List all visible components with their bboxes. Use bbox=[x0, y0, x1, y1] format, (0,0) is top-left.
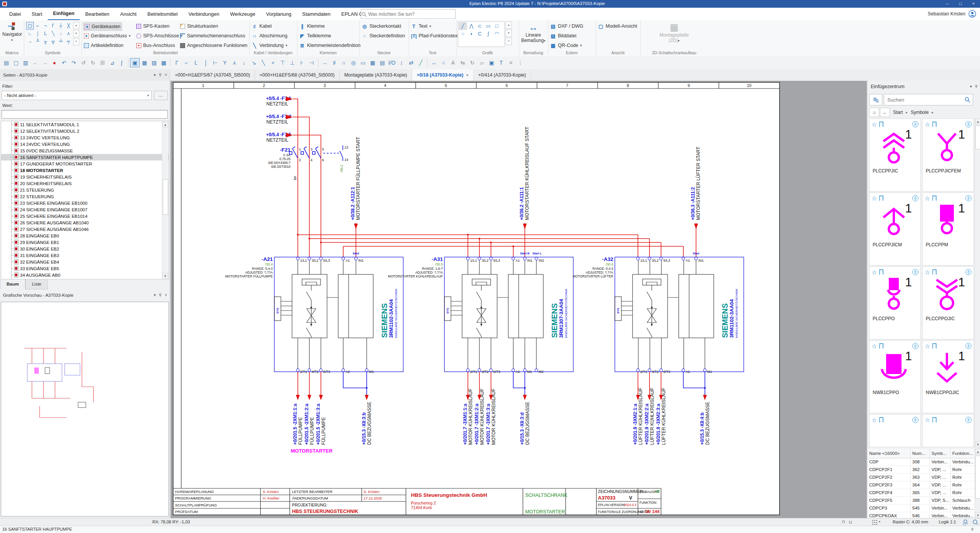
logic-scale-indicator[interactable]: Logik 1:1 bbox=[939, 520, 956, 524]
tree-page-item[interactable]: 25 SICHERE EINGÄNGE EB1014 bbox=[1, 213, 169, 219]
redliner-icon[interactable]: ● bbox=[50, 58, 59, 67]
symbol-search-input[interactable] bbox=[884, 97, 964, 103]
pfad-funktionstext-button[interactable]: |T|Pfad-Funktionstext bbox=[411, 32, 459, 40]
preview-panel-menu-icon[interactable]: ▾ bbox=[154, 289, 156, 301]
document-tab-active[interactable]: +0/18 (A37033-Kopie)× bbox=[412, 69, 474, 81]
table-row[interactable]: CDPCP2F4 365 VDP, ... Rohr bbox=[868, 489, 975, 497]
symbol-card-nwb1cppo[interactable]: ☆8 1 NWB1CPPO bbox=[869, 340, 921, 413]
potential-left-icon[interactable]: ⊦ bbox=[297, 58, 307, 67]
bilddatei-button[interactable]: ▨Bilddatei bbox=[550, 32, 576, 40]
tree-page-item[interactable]: 19 SICHERHEITSRELAIS bbox=[1, 174, 169, 180]
scroll-thumb[interactable] bbox=[975, 456, 980, 499]
tab-liste[interactable]: Liste bbox=[25, 279, 48, 289]
graphic-shape-icon[interactable]: ⋀ bbox=[467, 22, 476, 30]
minimize-button[interactable]: – bbox=[941, 0, 954, 8]
kabel-button[interactable]: ♯Kabel bbox=[252, 22, 272, 30]
bookmark-icon[interactable] bbox=[879, 195, 883, 201]
menu-item[interactable]: Bearbeiten bbox=[80, 8, 115, 20]
preview-panel-close-icon[interactable]: × bbox=[165, 289, 167, 301]
scale-icon[interactable]: ▱ bbox=[477, 58, 487, 67]
panel-layout-icon[interactable]: ⊓ bbox=[842, 520, 845, 525]
artikeldefinition-button[interactable]: Artikeldefinition bbox=[84, 42, 124, 49]
page-open-icon[interactable]: ▥ bbox=[21, 58, 30, 67]
symbol-insert-icon[interactable]: ┼ bbox=[57, 22, 65, 30]
grid-size-indicator[interactable]: Raster C: 4,00 mm bbox=[893, 520, 928, 524]
document-tab[interactable]: Montageplatte (A37033-Kopie) bbox=[340, 69, 412, 81]
tab-close-icon[interactable]: × bbox=[466, 73, 468, 77]
freehand-icon[interactable]: ∫ bbox=[117, 58, 127, 67]
graphic-shape-icon[interactable]: ∫ bbox=[484, 30, 493, 38]
graphic-shape-icon[interactable]: □ bbox=[493, 22, 501, 30]
zoom-page-icon[interactable] bbox=[972, 519, 978, 525]
strukturkasten-button[interactable]: Strukturkasten bbox=[180, 22, 218, 30]
bookmark-icon[interactable] bbox=[932, 343, 937, 349]
plug-icon[interactable]: ◎ bbox=[349, 58, 358, 67]
symbol-insert-icon[interactable]: ╥ bbox=[42, 37, 49, 45]
symbol-insert-icon[interactable]: ↓ bbox=[57, 30, 65, 37]
favorite-star-icon[interactable]: ☆ bbox=[871, 416, 877, 424]
corner-lower-left-icon[interactable]: L bbox=[191, 58, 201, 67]
corner-upper-left-icon[interactable]: Γ bbox=[172, 58, 182, 67]
tree-page-item[interactable]: 22 STEUERUNG bbox=[1, 193, 169, 200]
interruption-point-icon[interactable]: ⇄ bbox=[406, 58, 416, 67]
pages-panel-menu-icon[interactable]: ▾ bbox=[154, 69, 156, 81]
close-page-icon[interactable]: ☒ bbox=[98, 58, 107, 67]
branch-y-down-icon[interactable]: ⋏ bbox=[230, 58, 239, 67]
mirror-icon[interactable]: ⇆ bbox=[458, 58, 467, 67]
grid-snap-icon[interactable] bbox=[872, 520, 877, 525]
scroll-down-icon[interactable]: ▼ bbox=[975, 512, 980, 518]
graphic-shape-icon[interactable]: ○ bbox=[459, 30, 467, 38]
montageplatte-2d-button[interactable]: ▦ Montageplatte (2D)▾ bbox=[656, 22, 693, 43]
tree-page-item[interactable]: 20 SICHERHEITSRELAIS bbox=[1, 180, 169, 187]
close-button[interactable]: × bbox=[967, 0, 980, 8]
wert-input[interactable] bbox=[2, 110, 168, 119]
symbol-card-plccppjicm[interactable]: ☆8 1 PLCCPPJICM bbox=[869, 192, 921, 266]
klemmenleistendefinition-button[interactable]: ≣Klemmenleistendefinition bbox=[299, 42, 361, 49]
text-button[interactable]: TText▾ bbox=[411, 22, 431, 30]
combo-caret-icon[interactable]: ▾ bbox=[147, 91, 149, 100]
tree-page-item[interactable]: 13 24VDC VERTEILUNG bbox=[1, 134, 169, 141]
tree-page-item[interactable]: 18 MOTORSTARTER bbox=[1, 167, 169, 174]
document-tab[interactable]: =000+H1&EFS/68 (A37045_St5000) bbox=[255, 69, 340, 81]
options-icon[interactable]: ⋮ bbox=[516, 58, 525, 67]
select-region-icon[interactable]: ▧ bbox=[149, 58, 159, 67]
symbol-insert-icon[interactable]: ⌐ bbox=[34, 22, 42, 30]
junction-icon[interactable]: + bbox=[268, 58, 278, 67]
graphic-shape-icon[interactable]: ╱ bbox=[459, 22, 467, 30]
symbol-card-plccppjic[interactable]: ☆8 1 PLCCPPJIC bbox=[869, 119, 921, 192]
scroll-thumb[interactable] bbox=[975, 125, 980, 149]
line-icon[interactable]: ╲ bbox=[259, 58, 268, 67]
symbol-insert-icon[interactable]: ╲ bbox=[49, 30, 57, 37]
tree-page-item[interactable]: 21 STEUERUNG bbox=[1, 187, 169, 193]
symbol-insert-icon[interactable]: ╦ bbox=[49, 37, 57, 45]
jump-forward-icon[interactable]: → bbox=[40, 58, 50, 67]
io-icon[interactable]: I/O bbox=[387, 58, 397, 67]
document-tab[interactable]: =000+H1&EFS/67 (A37045_St5000) bbox=[170, 69, 255, 81]
scroll-up-icon[interactable]: ▲ bbox=[975, 119, 980, 124]
symbol-insert-icon[interactable]: ▢ bbox=[26, 22, 34, 30]
breadcrumb-symbole[interactable]: Symbole bbox=[911, 110, 929, 115]
scroll-down-icon[interactable]: ▼ bbox=[975, 441, 980, 447]
graphic-shape-icon[interactable]: ◖ bbox=[467, 30, 476, 38]
symbol-card-plccppjicfem[interactable]: ☆8 1 PLCCPPJICFEM bbox=[922, 119, 974, 192]
preview-panel-pin-icon[interactable]: ⚲ bbox=[159, 289, 162, 301]
table-scrollbar[interactable]: ▲ ▼ bbox=[975, 449, 980, 518]
grafik-more-icon[interactable]: ≡ bbox=[506, 38, 512, 45]
port-icon[interactable]: ↕ bbox=[397, 58, 406, 67]
command-search[interactable] bbox=[361, 9, 456, 19]
menu-item[interactable]: Start bbox=[26, 8, 47, 20]
favorite-star-icon[interactable]: ☆ bbox=[925, 269, 930, 276]
bookmark-icon[interactable] bbox=[879, 343, 883, 349]
text-tool-icon[interactable]: T bbox=[496, 58, 506, 67]
symbol-insert-icon[interactable]: ╧ bbox=[57, 37, 65, 45]
page-new-icon[interactable]: ▢ bbox=[11, 58, 21, 67]
dimension-icon[interactable]: ↔ bbox=[429, 58, 439, 67]
branch-y-icon[interactable]: Y bbox=[220, 58, 230, 67]
steckerdefinition-button[interactable]: ○Steckerdefinition bbox=[362, 32, 405, 40]
symbol-card-plccppojic[interactable]: ☆8 1 PLCCPPOJIC bbox=[922, 266, 974, 339]
pages-panel-pin-icon[interactable]: ⚲ bbox=[159, 69, 162, 81]
cable-definition-icon[interactable]: ♯ bbox=[329, 58, 339, 67]
symbol-insert-icon[interactable]: ╨ bbox=[34, 37, 42, 45]
device-box-icon[interactable]: ▦ bbox=[368, 58, 377, 67]
symbol-card-partial[interactable]: ☆8 bbox=[869, 414, 921, 447]
